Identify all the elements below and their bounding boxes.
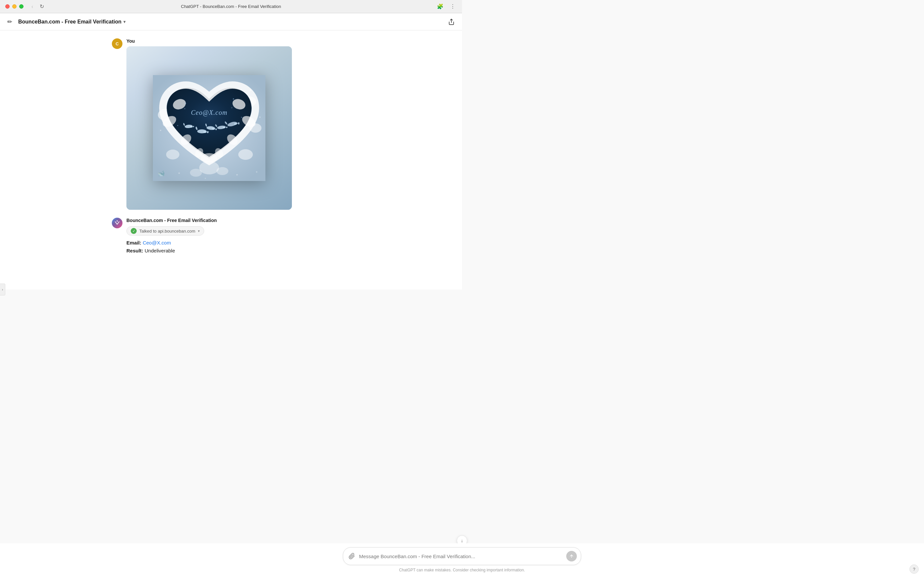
bot-avatar-icon (112, 218, 123, 228)
svg-text:✦: ✦ (160, 129, 162, 132)
chat-title: BounceBan.com - Free Email Verification … (18, 19, 126, 25)
watermark-icon: 🐋 (157, 170, 165, 177)
svg-text:✦: ✦ (177, 124, 179, 127)
chat-title-text: BounceBan.com - Free Email Verification (18, 19, 121, 25)
svg-point-47 (116, 220, 118, 222)
heart-image-container: ✦ ✦ ✦ ✦ ✦ ✦ ✦ ✈ ✈ (126, 46, 292, 210)
chevron-down-icon[interactable]: ▾ (123, 20, 126, 24)
user-message-image: ✦ ✦ ✦ ✦ ✦ ✦ ✦ ✈ ✈ (126, 46, 292, 210)
svg-point-26 (201, 153, 218, 162)
maximize-button[interactable] (19, 4, 23, 8)
bot-message-content: BounceBan.com - Free Email Verification … (126, 218, 217, 255)
svg-text:✦: ✦ (259, 116, 261, 119)
svg-text:Ceo@X.com: Ceo@X.com (191, 109, 227, 116)
result-value: Undeliverable (145, 248, 175, 254)
window-chrome: ‹ ↻ ChatGPT - BounceBan.com - Free Email… (0, 0, 462, 13)
svg-point-10 (216, 167, 228, 175)
close-button[interactable] (5, 4, 10, 8)
user-sender-label: You (126, 38, 292, 44)
tool-badge-text: Talked to api.bounceban.com (139, 229, 195, 234)
tool-chevron-icon: ▾ (198, 229, 200, 233)
compose-button[interactable]: ✏ (5, 16, 14, 28)
svg-text:✦: ✦ (240, 116, 242, 118)
share-button[interactable] (446, 16, 457, 27)
svg-text:✦: ✦ (232, 98, 235, 101)
heart-svg: ✦ ✦ ✦ ✦ ✦ ✦ ✦ ✈ ✈ (153, 75, 265, 181)
svg-point-9 (190, 169, 202, 177)
bot-sender-label: BounceBan.com - Free Email Verification (126, 218, 217, 223)
app-bar: › ✏ BounceBan.com - Free Email Verificat… (0, 13, 462, 30)
tool-badge[interactable]: ✓ Talked to api.bounceban.com ▾ (126, 226, 204, 236)
svg-point-46 (112, 218, 123, 228)
heart-shape-container: ✦ ✦ ✦ ✦ ✦ ✦ ✦ ✈ ✈ (153, 75, 265, 181)
svg-point-7 (238, 149, 253, 160)
result-label: Result: (126, 248, 143, 254)
tool-check-icon: ✓ (131, 228, 137, 234)
back-button[interactable]: ‹ (30, 2, 34, 11)
more-button[interactable]: ⋮ (449, 2, 457, 11)
window-title: ChatGPT - BounceBan.com - Free Email Ver… (181, 4, 281, 9)
forward-button[interactable]: ↻ (38, 2, 45, 11)
bot-result-content: Email: Ceo@X.com Result: Undeliverable (126, 239, 217, 255)
svg-text:✦: ✦ (204, 177, 206, 180)
extensions-button[interactable]: 🧩 (435, 2, 445, 11)
window-actions-right: 🧩 ⋮ (435, 2, 457, 11)
chat-container: C You (105, 30, 357, 290)
traffic-lights (5, 4, 23, 8)
user-avatar: C (112, 38, 123, 49)
bot-avatar (112, 218, 123, 228)
bot-message: BounceBan.com - Free Email Verification … (112, 218, 350, 255)
user-message-content: You (126, 38, 292, 210)
window-nav: ‹ ↻ (30, 2, 45, 11)
svg-text:✦: ✦ (178, 172, 180, 175)
email-value-link[interactable]: Ceo@X.com (142, 240, 171, 245)
main-content: C You (0, 30, 462, 290)
email-label: Email: (126, 240, 141, 245)
user-message: C You (112, 38, 350, 210)
sidebar-toggle-button[interactable]: › (0, 283, 5, 290)
svg-point-6 (166, 150, 179, 159)
svg-text:✦: ✦ (184, 102, 186, 105)
minimize-button[interactable] (12, 4, 16, 8)
svg-text:✦: ✦ (235, 173, 238, 177)
svg-point-37 (203, 131, 206, 133)
